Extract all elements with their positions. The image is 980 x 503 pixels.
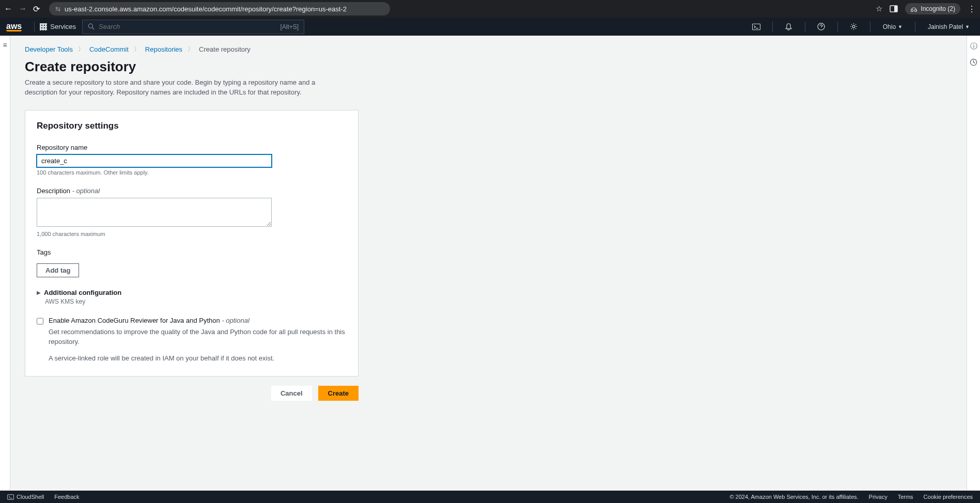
- cookie-link[interactable]: Cookie preferences: [924, 494, 973, 500]
- cancel-button[interactable]: Cancel: [271, 386, 312, 401]
- left-rail: ≡: [0, 36, 10, 491]
- notifications-icon[interactable]: [781, 23, 797, 31]
- additional-config-label: Additional configuration: [44, 289, 121, 296]
- aws-search-bar[interactable]: [Alt+S]: [82, 20, 304, 34]
- additional-config-toggle[interactable]: ▶ Additional configuration: [37, 289, 347, 296]
- page-description: Create a secure repository to store and …: [25, 78, 335, 98]
- codeguru-label-text: Enable Amazon CodeGuru Reviewer for Java…: [49, 317, 220, 324]
- aws-logo[interactable]: aws: [6, 22, 22, 32]
- breadcrumb-devtools[interactable]: Developer Tools: [25, 45, 73, 53]
- create-button[interactable]: Create: [318, 386, 359, 401]
- chevron-right-icon: 〉: [134, 45, 140, 54]
- region-label: Ohio: [883, 23, 896, 30]
- services-label: Services: [50, 23, 76, 30]
- reload-icon[interactable]: ⟳: [33, 4, 40, 14]
- codeguru-label: Enable Amazon CodeGuru Reviewer for Java…: [49, 317, 286, 324]
- svg-rect-4: [752, 24, 760, 30]
- codeguru-checkbox[interactable]: [37, 318, 43, 325]
- svg-rect-1: [894, 6, 897, 12]
- site-info-icon[interactable]: ⇆: [55, 5, 60, 12]
- breadcrumb: Developer Tools 〉 CodeCommit 〉 Repositor…: [25, 45, 952, 54]
- aws-footer: CloudShell Feedback © 2024, Amazon Web S…: [0, 491, 980, 503]
- additional-config-sub: AWS KMS key: [45, 298, 347, 305]
- svg-rect-8: [7, 494, 13, 499]
- breadcrumb-repositories[interactable]: Repositories: [145, 45, 182, 53]
- aws-top-nav: aws Services [Alt+S] Ohio ▼: [0, 18, 980, 36]
- codeguru-field: Enable Amazon CodeGuru Reviewer for Java…: [37, 317, 347, 364]
- codeguru-desc-2: A service-linked role will be created in…: [49, 354, 347, 364]
- caret-down-icon: ▼: [965, 24, 970, 29]
- address-bar[interactable]: ⇆ us-east-2.console.aws.amazon.com/codes…: [49, 2, 390, 15]
- panel-heading: Repository settings: [37, 121, 347, 131]
- svg-point-2: [88, 24, 92, 28]
- search-icon: [88, 23, 95, 30]
- add-tag-button[interactable]: Add tag: [37, 263, 79, 277]
- svg-line-3: [92, 28, 95, 30]
- chevron-right-icon: 〉: [188, 45, 194, 54]
- description-input[interactable]: [37, 198, 272, 227]
- form-actions: Cancel Create: [25, 386, 359, 401]
- account-menu[interactable]: Jainish Patel ▼: [924, 23, 974, 30]
- svg-point-6: [852, 25, 855, 28]
- browser-menu-icon[interactable]: ⋮: [968, 4, 976, 14]
- clock-icon[interactable]: [970, 58, 977, 66]
- repo-name-input[interactable]: [37, 154, 272, 167]
- description-label-text: Description: [37, 187, 70, 195]
- info-icon[interactable]: ⓘ: [970, 42, 977, 51]
- caret-right-icon: ▶: [37, 290, 41, 295]
- codeguru-optional: - optional: [220, 317, 250, 324]
- main-content: Developer Tools 〉 CodeCommit 〉 Repositor…: [10, 36, 967, 491]
- incognito-indicator[interactable]: Incognito (2): [905, 3, 960, 14]
- help-icon[interactable]: [814, 23, 829, 30]
- cloudshell-label: CloudShell: [17, 494, 44, 500]
- breadcrumb-current: Create repository: [199, 45, 251, 53]
- codeguru-desc-1: Get recommendations to improve the quali…: [49, 327, 347, 347]
- search-input[interactable]: [99, 23, 276, 30]
- incognito-label: Incognito (2): [921, 5, 955, 12]
- page-title: Create repository: [25, 59, 952, 75]
- right-rail: ⓘ: [967, 36, 980, 491]
- repo-name-label: Repository name: [37, 144, 347, 151]
- search-kbd-hint: [Alt+S]: [280, 23, 299, 30]
- services-menu[interactable]: Services: [40, 23, 76, 30]
- user-label: Jainish Patel: [928, 23, 963, 30]
- browser-nav-controls: ← → ⟳: [4, 4, 40, 14]
- cloudshell-link[interactable]: CloudShell: [7, 494, 44, 500]
- description-label: Description - optional: [37, 187, 347, 195]
- settings-icon[interactable]: [846, 23, 862, 30]
- tags-label: Tags: [37, 248, 347, 256]
- forward-arrow-icon: →: [19, 4, 27, 13]
- hamburger-icon[interactable]: ≡: [3, 41, 7, 491]
- back-arrow-icon[interactable]: ←: [4, 4, 12, 13]
- url-text: us-east-2.console.aws.amazon.com/codesui…: [65, 5, 347, 13]
- region-selector[interactable]: Ohio ▼: [879, 23, 907, 30]
- chevron-right-icon: 〉: [78, 45, 84, 54]
- description-hint: 1,000 characters maximum: [37, 231, 347, 237]
- description-optional: - optional: [70, 187, 100, 195]
- copyright-text: © 2024, Amazon Web Services, Inc. or its…: [729, 494, 858, 500]
- side-panel-icon[interactable]: [890, 5, 898, 13]
- terms-link[interactable]: Terms: [898, 494, 913, 500]
- breadcrumb-codecommit[interactable]: CodeCommit: [89, 45, 129, 53]
- grid-icon: [40, 23, 47, 30]
- bookmark-star-icon[interactable]: ☆: [876, 4, 882, 13]
- repository-settings-panel: Repository settings Repository name 100 …: [25, 110, 359, 377]
- browser-tab-bar: ← → ⟳ ⇆ us-east-2.console.aws.amazon.com…: [0, 0, 980, 18]
- cloudshell-icon[interactable]: [749, 23, 764, 30]
- repo-name-hint: 100 characters maximum. Other limits app…: [37, 169, 347, 176]
- privacy-link[interactable]: Privacy: [869, 494, 888, 500]
- caret-down-icon: ▼: [898, 24, 903, 29]
- feedback-link[interactable]: Feedback: [54, 494, 79, 500]
